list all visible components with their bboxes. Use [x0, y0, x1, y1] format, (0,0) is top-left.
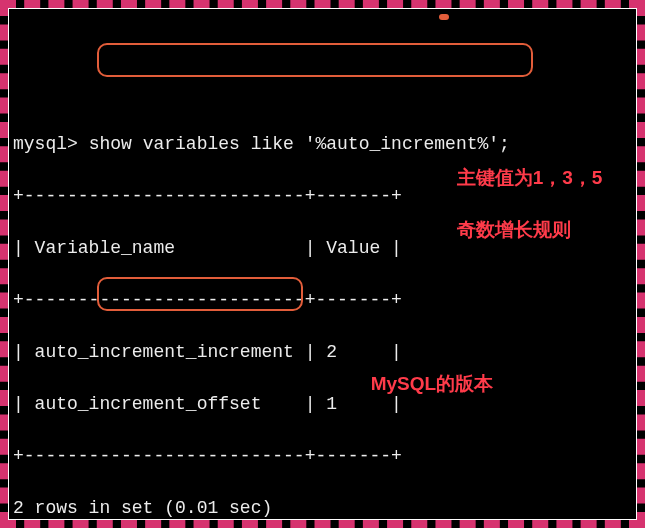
terminal-window[interactable]: mysql> show variables like '%auto_increm…	[8, 8, 637, 520]
annotation-text: MySQL的版本	[371, 373, 493, 394]
marker-dot	[439, 14, 449, 20]
result-footer-1: 2 rows in set (0.01 sec)	[13, 495, 632, 520]
annotation-text: 奇数增长规则	[457, 219, 571, 240]
annotation-text: 主键值为1，3，5	[457, 167, 603, 188]
mysql-prompt: mysql>	[13, 134, 78, 154]
annotation-primary-key: 主键值为1，3，5 奇数增长规则	[425, 139, 602, 269]
table-row: | auto_increment_offset | 1 |	[13, 391, 632, 417]
annotation-version: MySQL的版本	[339, 345, 493, 423]
table-sep: +--------------------------+-------+	[13, 443, 632, 469]
screenshot-frame: mysql> show variables like '%auto_increm…	[0, 0, 645, 528]
highlight-box-query1	[97, 43, 533, 77]
table-sep: +--------------------------+-------+	[13, 287, 632, 313]
table-row: | auto_increment_increment | 2 |	[13, 339, 632, 365]
